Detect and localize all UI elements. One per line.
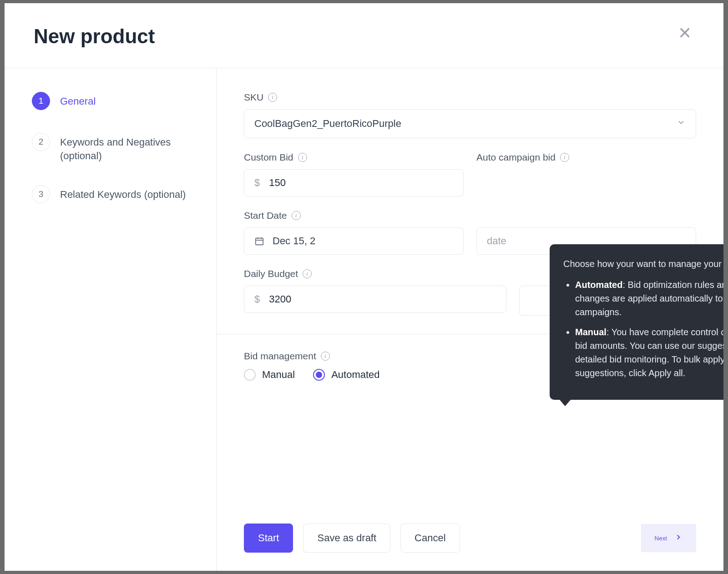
dollar-icon: $ — [254, 293, 260, 305]
step-label: General — [60, 92, 96, 108]
close-icon[interactable]: ✕ — [675, 25, 694, 41]
custom-bid-label: Custom Bid i — [244, 152, 464, 163]
daily-budget-value: 3200 — [269, 293, 291, 305]
chevron-right-icon — [674, 532, 682, 544]
step-related-keywords[interactable]: 3 Related Keywords (optional) — [32, 185, 198, 203]
info-icon[interactable]: i — [292, 211, 301, 220]
svg-rect-0 — [256, 238, 263, 245]
info-icon[interactable]: i — [560, 153, 569, 162]
dollar-icon: $ — [254, 177, 260, 189]
info-icon[interactable]: i — [321, 352, 330, 361]
radio-icon — [244, 369, 256, 381]
bid-management-tooltip: Choose how your want to manage your bids… — [550, 244, 723, 400]
next-button[interactable]: Next — [641, 524, 696, 552]
step-label: Keywords and Negatives (optional) — [60, 133, 198, 162]
sku-select[interactable]: CoolBagGen2_PuertoRicoPurple — [244, 109, 696, 138]
tooltip-intro: Choose how your want to manage your bids… — [563, 257, 723, 271]
calendar-icon — [254, 236, 264, 246]
sku-label: SKU i — [244, 92, 696, 103]
radio-icon — [313, 369, 325, 381]
form-content: SKU i CoolBagGen2_PuertoRicoPurple Custo… — [217, 68, 723, 571]
radio-automated[interactable]: Automated — [313, 369, 379, 381]
step-number: 1 — [32, 92, 50, 110]
tooltip-item-automated: Automated: Bid optimization rules and bi… — [575, 278, 723, 319]
step-number: 3 — [32, 185, 50, 203]
step-number: 2 — [32, 133, 50, 151]
info-icon[interactable]: i — [303, 269, 312, 278]
start-date-label: Start Date i — [244, 210, 464, 221]
start-date-value: Dec 15, 2 — [273, 235, 315, 247]
chevron-down-icon — [677, 118, 686, 130]
start-date-input[interactable]: Dec 15, 2 — [244, 227, 464, 255]
end-date-placeholder: date — [487, 235, 506, 247]
modal-header: New product ✕ — [5, 3, 723, 68]
wizard-sidebar: 1 General 2 Keywords and Negatives (opti… — [5, 68, 217, 571]
info-icon[interactable]: i — [268, 93, 277, 102]
new-product-modal: New product ✕ 1 General 2 Keywords and N… — [5, 3, 723, 571]
tooltip-item-manual: Manual: You have complete control over y… — [575, 325, 723, 380]
daily-budget-label: Daily Budget i — [244, 268, 506, 279]
step-general[interactable]: 1 General — [32, 92, 198, 110]
modal-footer: Start Save as draft Cancel Next — [244, 514, 696, 553]
auto-bid-label: Auto campaign bid i — [476, 152, 696, 163]
info-icon[interactable]: i — [298, 153, 307, 162]
modal-body: 1 General 2 Keywords and Negatives (opti… — [5, 68, 723, 571]
step-keywords-negatives[interactable]: 2 Keywords and Negatives (optional) — [32, 133, 198, 162]
save-draft-button[interactable]: Save as draft — [303, 524, 390, 553]
sku-value: CoolBagGen2_PuertoRicoPurple — [254, 118, 401, 130]
daily-budget-input[interactable]: $ 3200 — [244, 286, 506, 313]
custom-bid-input[interactable]: $ 150 — [244, 169, 464, 196]
modal-title: New product — [34, 25, 155, 48]
cancel-button[interactable]: Cancel — [400, 524, 460, 553]
step-label: Related Keywords (optional) — [60, 185, 186, 201]
radio-manual[interactable]: Manual — [244, 369, 295, 381]
custom-bid-value: 150 — [269, 177, 286, 189]
start-button[interactable]: Start — [244, 524, 293, 553]
